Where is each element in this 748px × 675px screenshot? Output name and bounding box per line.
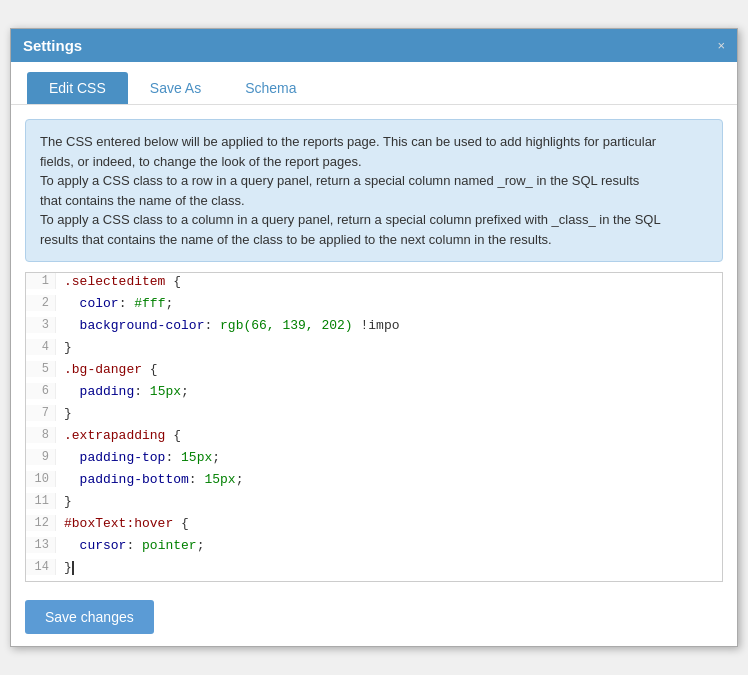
code-line-13: 13 cursor: pointer;: [26, 537, 722, 559]
code-line-5: 5 .bg-danger {: [26, 361, 722, 383]
text-cursor: [72, 561, 74, 575]
code-line-10: 10 padding-bottom: 15px;: [26, 471, 722, 493]
tab-schema[interactable]: Schema: [223, 72, 318, 104]
close-button[interactable]: ×: [717, 38, 725, 53]
code-line-3: 3 background-color: rgb(66, 139, 202) !i…: [26, 317, 722, 339]
info-line3: To apply a CSS class to a row in a query…: [40, 173, 639, 188]
settings-window: Settings × Edit CSS Save As Schema The C…: [10, 28, 738, 647]
code-line-2: 2 color: #fff;: [26, 295, 722, 317]
code-line-9: 9 padding-top: 15px;: [26, 449, 722, 471]
code-line-4: 4 }: [26, 339, 722, 361]
info-line1: The CSS entered below will be applied to…: [40, 134, 656, 149]
info-line4: that contains the name of the class.: [40, 193, 245, 208]
tab-bar: Edit CSS Save As Schema: [11, 62, 737, 105]
code-line-11: 11 }: [26, 493, 722, 515]
window-title: Settings: [23, 37, 82, 54]
info-line6: results that contains the name of the cl…: [40, 232, 552, 247]
save-changes-button[interactable]: Save changes: [25, 600, 154, 634]
code-line-1: 1 .selecteditem {: [26, 273, 722, 295]
info-line5: To apply a CSS class to a column in a qu…: [40, 212, 661, 227]
code-line-6: 6 padding: 15px;: [26, 383, 722, 405]
tab-save-as[interactable]: Save As: [128, 72, 223, 104]
info-box: The CSS entered below will be applied to…: [25, 119, 723, 262]
tab-edit-css[interactable]: Edit CSS: [27, 72, 128, 104]
css-editor[interactable]: 1 .selecteditem { 2 color: #fff; 3 backg…: [25, 272, 723, 582]
code-line-7: 7 }: [26, 405, 722, 427]
code-line-14: 14 }: [26, 559, 722, 581]
code-line-8: 8 .extrapadding {: [26, 427, 722, 449]
titlebar: Settings ×: [11, 29, 737, 62]
footer: Save changes: [11, 588, 737, 646]
info-line2: fields, or indeed, to change the look of…: [40, 154, 362, 169]
code-line-12: 12 #boxText:hover {: [26, 515, 722, 537]
